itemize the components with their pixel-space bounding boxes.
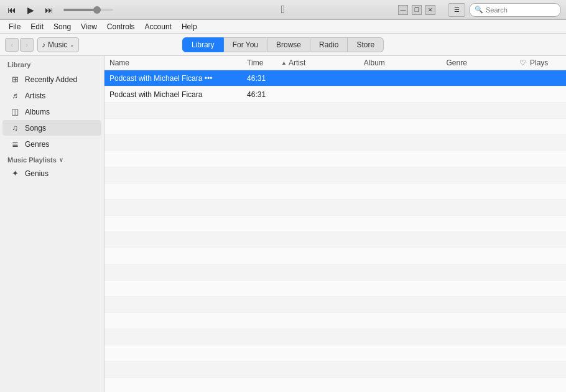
- empty-row: [104, 200, 566, 216]
- menu-bar: File Edit Song View Controls Account Hel…: [0, 20, 566, 34]
- back-button[interactable]: ‹: [5, 38, 19, 52]
- sidebar-item-songs[interactable]: ♫ Songs: [2, 120, 101, 136]
- play-button[interactable]: ▶: [24, 3, 37, 17]
- music-selector[interactable]: ♪ Music ⌄: [37, 37, 79, 52]
- empty-row: [104, 216, 566, 232]
- sidebar: Library ⊞ Recently Added ♬ Artists ◫ Alb…: [0, 56, 104, 392]
- empty-row: [104, 232, 566, 248]
- artists-label: Artists: [25, 91, 45, 100]
- col-header-artist[interactable]: ▲ Artist: [281, 58, 364, 67]
- volume-slider[interactable]: [61, 9, 113, 11]
- col-header-time[interactable]: Time: [247, 58, 281, 67]
- artists-icon: ♬: [10, 91, 20, 100]
- songs-label: Songs: [25, 124, 46, 133]
- song-name: Podcast with Michael Ficara: [109, 90, 247, 99]
- title-bar-right: — ❐ ✕ ☰ 🔍: [398, 3, 566, 17]
- table-row[interactable]: Podcast with Michael Ficara 46:31: [104, 86, 566, 103]
- title-bar: ⏮ ▶ ⏭  — ❐ ✕ ☰ 🔍: [0, 0, 566, 20]
- tab-for-you[interactable]: For You: [224, 37, 267, 52]
- music-note-icon: ♪: [42, 40, 45, 49]
- sort-up-icon: ▲: [281, 60, 287, 66]
- menu-edit[interactable]: Edit: [27, 21, 47, 32]
- sidebar-item-artists[interactable]: ♬ Artists: [2, 88, 101, 103]
- nav-arrows: ‹ ›: [5, 38, 34, 52]
- tab-browse[interactable]: Browse: [267, 37, 310, 52]
- music-playlists-label: Music Playlists: [7, 156, 57, 164]
- song-time: 46:31: [247, 74, 281, 83]
- empty-row: [104, 103, 566, 119]
- empty-row: [104, 119, 566, 135]
- restore-button[interactable]: ❐: [412, 5, 422, 15]
- recently-added-icon: ⊞: [10, 75, 20, 84]
- sidebar-item-genres[interactable]: ≣ Genres: [2, 136, 101, 152]
- menu-file[interactable]: File: [5, 21, 24, 32]
- menu-account[interactable]: Account: [141, 21, 175, 32]
- sidebar-item-genius[interactable]: ✦ Genius: [2, 166, 101, 181]
- genres-icon: ≣: [10, 139, 20, 149]
- menu-controls[interactable]: Controls: [103, 21, 139, 32]
- search-icon: 🔍: [475, 6, 483, 14]
- close-button[interactable]: ✕: [425, 5, 435, 15]
- recently-added-label: Recently Added: [25, 75, 77, 84]
- tab-store[interactable]: Store: [348, 37, 384, 52]
- col-header-heart[interactable]: ♡: [515, 58, 530, 67]
- songs-icon: ♫: [10, 123, 20, 133]
- prev-button[interactable]: ⏮: [5, 3, 19, 17]
- genius-label: Genius: [25, 169, 49, 178]
- tab-library[interactable]: Library: [182, 37, 224, 52]
- slider-thumb: [93, 6, 101, 14]
- empty-row: [104, 297, 566, 313]
- list-header: Name Time ▲ Artist Album Genre ♡ Plays: [104, 56, 566, 70]
- empty-row: [104, 184, 566, 200]
- albums-icon: ◫: [10, 107, 20, 116]
- empty-row: [104, 362, 566, 378]
- albums-label: Albums: [25, 108, 50, 116]
- chevron-down-icon: ⌄: [70, 42, 75, 48]
- next-button[interactable]: ⏭: [42, 3, 56, 17]
- menu-song[interactable]: Song: [50, 21, 75, 32]
- chevron-down-icon: ∨: [59, 157, 63, 163]
- empty-row: [104, 329, 566, 345]
- music-playlists-section[interactable]: Music Playlists ∨: [0, 152, 104, 165]
- song-list: Name Time ▲ Artist Album Genre ♡ Plays P…: [104, 56, 566, 392]
- empty-row: [104, 345, 566, 362]
- table-row[interactable]: Podcast with Michael Ficara ••• 46:31: [104, 70, 566, 86]
- slider-track: [63, 9, 113, 11]
- playback-controls: ⏮ ▶ ⏭: [0, 3, 113, 17]
- tab-group: Library For You Browse Radio Store: [182, 37, 384, 52]
- minimize-button[interactable]: —: [398, 5, 408, 15]
- genres-label: Genres: [25, 140, 49, 149]
- empty-row: [104, 281, 566, 297]
- main-content: Library ⊞ Recently Added ♬ Artists ◫ Alb…: [0, 56, 566, 392]
- empty-row: [104, 167, 566, 184]
- empty-row: [104, 135, 566, 151]
- genius-icon: ✦: [10, 169, 20, 178]
- col-header-plays[interactable]: Plays: [530, 58, 561, 67]
- empty-row: [104, 378, 566, 392]
- library-label: Library: [0, 56, 104, 71]
- col-header-name[interactable]: Name: [109, 58, 247, 67]
- search-input[interactable]: [486, 6, 555, 14]
- empty-row: [104, 313, 566, 329]
- song-name: Podcast with Michael Ficara •••: [109, 74, 247, 83]
- empty-row: [104, 151, 566, 167]
- forward-button[interactable]: ›: [20, 38, 34, 52]
- tab-radio[interactable]: Radio: [310, 37, 348, 52]
- apple-logo: : [281, 3, 285, 16]
- sidebar-item-albums[interactable]: ◫ Albums: [2, 104, 101, 119]
- col-header-album[interactable]: Album: [364, 58, 447, 67]
- menu-help[interactable]: Help: [178, 21, 201, 32]
- empty-row: [104, 248, 566, 264]
- empty-row: [104, 264, 566, 281]
- song-time: 46:31: [247, 90, 281, 99]
- menu-button[interactable]: ☰: [448, 3, 465, 17]
- sidebar-item-recently-added[interactable]: ⊞ Recently Added: [2, 72, 101, 87]
- menu-view[interactable]: View: [77, 21, 101, 32]
- search-bar[interactable]: 🔍: [469, 3, 561, 17]
- col-header-genre[interactable]: Genre: [446, 58, 515, 67]
- music-selector-label: Music: [48, 40, 67, 49]
- nav-bar: ‹ › ♪ Music ⌄ Library For You Browse Rad…: [0, 34, 566, 56]
